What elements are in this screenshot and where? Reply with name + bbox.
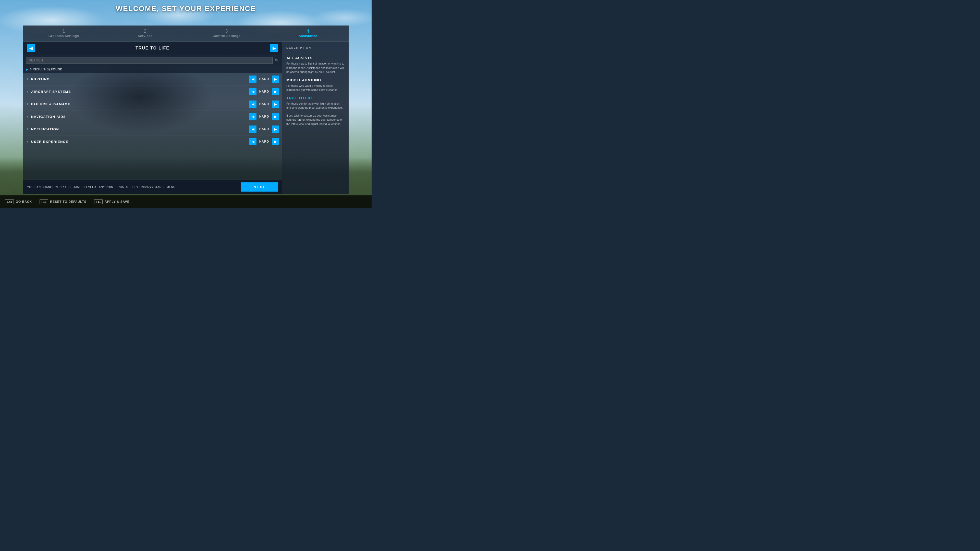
shortcut-reset: F12 RESET TO DEFAULTS bbox=[40, 200, 86, 204]
setting-name-aircraft-systems: AIRCRAFT SYSTEMS bbox=[31, 90, 249, 94]
setting-controls-aircraft-systems: ◀ HARD ▶ bbox=[249, 88, 279, 95]
footer-note: YOU CAN CHANGE YOUR ASSISTANCE LEVEL AT … bbox=[27, 186, 241, 189]
settings-list: ▼ PILOTING ◀ HARD ▶ ▼ AIRCRAFT SYSTEMS ◀… bbox=[23, 73, 282, 179]
setting-row-failure-damage[interactable]: ▼ FAILURE & DAMAGE ◀ HARD ▶ bbox=[23, 98, 282, 110]
setting-controls-piloting: ◀ HARD ▶ bbox=[249, 76, 279, 83]
label-go-back: GO BACK bbox=[16, 200, 32, 203]
desc-body-true-to-life: For those comfortable with flight simula… bbox=[286, 102, 345, 110]
setting-controls-navigation-aids: ◀ HARD ▶ bbox=[249, 113, 279, 120]
steps-bar: 1 Graphics Settings 2 Services 3 Control… bbox=[23, 25, 348, 41]
shortcuts-bar: Esc GO BACK F12 RESET TO DEFAULTS F11 AP… bbox=[0, 195, 372, 208]
setting-name-piloting: PILOTING bbox=[31, 77, 249, 81]
chevron-icon-navigation-aids: ▼ bbox=[26, 115, 29, 118]
main-title: WELCOME, SET YOUR EXPERIENCE bbox=[0, 3, 372, 15]
results-bar: ▶ 0 RESULT(S) FOUND bbox=[23, 66, 282, 73]
setting-next-button-user-experience[interactable]: ▶ bbox=[272, 138, 279, 145]
desc-title-true-to-life: TRUE TO LIFE bbox=[286, 96, 345, 100]
chevron-icon-notification: ▼ bbox=[26, 127, 29, 131]
chevron-icon-user-experience: ▼ bbox=[26, 140, 29, 143]
content-area: ◀ TRUE TO LIFE ▶ 🔍 ▶ 0 RESULT(S) FOUND ▼… bbox=[23, 41, 348, 194]
key-f12: F12 bbox=[40, 200, 48, 204]
setting-value-piloting: HARD bbox=[256, 77, 272, 81]
desc-body-customize: If you wish to customize your Assistance… bbox=[286, 114, 345, 126]
setting-controls-user-experience: ◀ HARD ▶ bbox=[249, 138, 279, 145]
setting-name-navigation-aids: NAVIGATION AIDS bbox=[31, 115, 249, 119]
left-panel: ◀ TRUE TO LIFE ▶ 🔍 ▶ 0 RESULT(S) FOUND ▼… bbox=[23, 41, 282, 194]
setting-row-aircraft-systems[interactable]: ▼ AIRCRAFT SYSTEMS ◀ HARD ▶ bbox=[23, 86, 282, 98]
desc-body-all-assists: For those new to flight simulation or wa… bbox=[286, 62, 345, 74]
step-4[interactable]: 4 Assistance bbox=[267, 25, 348, 41]
chevron-icon-piloting: ▼ bbox=[26, 77, 29, 81]
search-icon: 🔍 bbox=[275, 59, 279, 62]
label-apply: APPLY & SAVE bbox=[105, 200, 130, 203]
footer-bar: YOU CAN CHANGE YOUR ASSISTANCE LEVEL AT … bbox=[23, 179, 282, 194]
setting-prev-button-failure-damage[interactable]: ◀ bbox=[249, 100, 256, 108]
key-esc: Esc bbox=[5, 200, 14, 204]
setting-next-button-notification[interactable]: ▶ bbox=[272, 125, 279, 133]
setting-controls-failure-damage: ◀ HARD ▶ bbox=[249, 100, 279, 108]
setting-value-navigation-aids: HARD bbox=[256, 115, 272, 118]
step-2[interactable]: 2 Services bbox=[104, 25, 186, 41]
setting-name-user-experience: USER EXPERIENCE bbox=[31, 140, 249, 144]
right-panel: DESCRIPTION ALL ASSISTS For those new to… bbox=[282, 41, 348, 194]
search-input[interactable] bbox=[26, 57, 272, 64]
setting-value-failure-damage: HARD bbox=[256, 102, 272, 106]
shortcut-apply: F11 APPLY & SAVE bbox=[94, 200, 130, 204]
setting-value-notification: HARD bbox=[256, 127, 272, 131]
results-count: 0 RESULT(S) FOUND bbox=[30, 68, 62, 71]
step-3[interactable]: 3 Control Settings bbox=[186, 25, 267, 41]
setting-prev-button-navigation-aids[interactable]: ◀ bbox=[249, 113, 256, 120]
search-bar: 🔍 bbox=[23, 55, 282, 66]
setting-prev-button-aircraft-systems[interactable]: ◀ bbox=[249, 88, 256, 95]
setting-value-aircraft-systems: HARD bbox=[256, 90, 272, 94]
setting-prev-button-piloting[interactable]: ◀ bbox=[249, 76, 256, 83]
setting-row-piloting[interactable]: ▼ PILOTING ◀ HARD ▶ bbox=[23, 73, 282, 86]
chevron-icon-aircraft-systems: ▼ bbox=[26, 90, 29, 94]
setting-name-failure-damage: FAILURE & DAMAGE bbox=[31, 102, 249, 106]
chevron-icon-failure-damage: ▼ bbox=[26, 102, 29, 106]
setting-next-button-failure-damage[interactable]: ▶ bbox=[272, 100, 279, 108]
setting-controls-notification: ◀ HARD ▶ bbox=[249, 125, 279, 133]
label-reset: RESET TO DEFAULTS bbox=[50, 200, 86, 203]
preset-title: TRUE TO LIFE bbox=[35, 46, 270, 51]
setting-next-button-navigation-aids[interactable]: ▶ bbox=[272, 113, 279, 120]
setting-row-notification[interactable]: ▼ NOTIFICATION ◀ HARD ▶ bbox=[23, 123, 282, 135]
preset-bar: ◀ TRUE TO LIFE ▶ bbox=[23, 41, 282, 55]
setting-row-navigation-aids[interactable]: ▼ NAVIGATION AIDS ◀ HARD ▶ bbox=[23, 110, 282, 123]
shortcut-go-back: Esc GO BACK bbox=[5, 200, 32, 204]
setting-name-notification: NOTIFICATION bbox=[31, 127, 249, 131]
preset-next-button[interactable]: ▶ bbox=[270, 44, 278, 52]
desc-title-all-assists: ALL ASSISTS bbox=[286, 56, 345, 60]
setting-next-button-piloting[interactable]: ▶ bbox=[272, 76, 279, 83]
setting-next-button-aircraft-systems[interactable]: ▶ bbox=[272, 88, 279, 95]
key-f11: F11 bbox=[94, 200, 103, 204]
setting-value-user-experience: HARD bbox=[256, 140, 272, 143]
step-1[interactable]: 1 Graphics Settings bbox=[23, 25, 104, 41]
description-header: DESCRIPTION bbox=[286, 46, 345, 52]
setting-prev-button-user-experience[interactable]: ◀ bbox=[249, 138, 256, 145]
preset-prev-button[interactable]: ◀ bbox=[27, 44, 35, 52]
desc-body-middle-ground: For those who want a mostly-realistic ex… bbox=[286, 84, 345, 92]
next-button[interactable]: NEXT bbox=[241, 183, 278, 192]
setting-prev-button-notification[interactable]: ◀ bbox=[249, 125, 256, 133]
setting-row-user-experience[interactable]: ▼ USER EXPERIENCE ◀ HARD ▶ bbox=[23, 135, 282, 148]
results-arrow-icon: ▶ bbox=[26, 68, 28, 71]
dialog: 1 Graphics Settings 2 Services 3 Control… bbox=[23, 25, 348, 194]
desc-title-middle-ground: MIDDLE-GROUND bbox=[286, 78, 345, 82]
